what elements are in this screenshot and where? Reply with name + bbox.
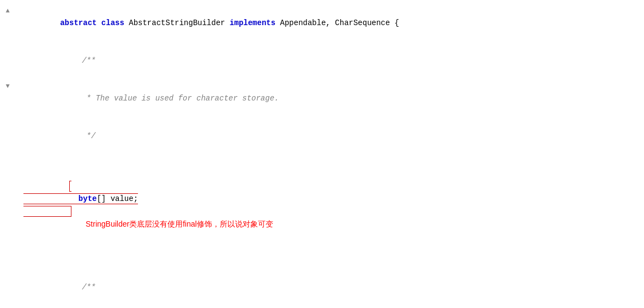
- code-line-2: /**: [0, 42, 644, 80]
- classname-asb: AbstractStringBuilder: [129, 19, 230, 27]
- comment-value-text: * The value is used for character storag…: [82, 94, 279, 103]
- code-content-5: byte[] value; StringBuilder类底层没有使用final修…: [15, 155, 273, 256]
- gutter-fold-3[interactable]: ▼: [0, 82, 15, 90]
- code-content-2: /**: [15, 42, 95, 80]
- code-line-5: byte[] value; StringBuilder类底层没有使用final修…: [0, 155, 644, 256]
- code-content-4: */: [15, 117, 95, 155]
- interfaces-asb: Appendable, CharSequence {: [280, 19, 399, 27]
- code-line-3: ▼ * The value is used for character stor…: [0, 80, 644, 117]
- code-content-7: /**: [15, 269, 95, 306]
- editor-container: ▲ abstract class AbstractStringBuilder i…: [0, 0, 644, 308]
- code-line-7: /**: [0, 269, 644, 306]
- gutter-fold-1[interactable]: ▲: [0, 7, 15, 15]
- code-line-6: [0, 256, 644, 269]
- code-line-4: */: [0, 117, 644, 155]
- code-line-1: ▲ abstract class AbstractStringBuilder i…: [0, 4, 644, 42]
- annotation-asb: StringBuilder类底层没有使用final修饰，所以说对象可变: [86, 220, 273, 228]
- comment-open: /**: [82, 56, 95, 65]
- code-content-6: [15, 256, 28, 269]
- fold-collapse-icon[interactable]: ▼: [5, 82, 9, 90]
- code-content-1: abstract class AbstractStringBuilder imp…: [15, 4, 399, 42]
- code-content-3: * The value is used for character storag…: [15, 80, 279, 117]
- highlight-box-asb: byte[] value;: [23, 181, 138, 217]
- comment-close: */: [82, 132, 95, 140]
- top-panel: ▲ abstract class AbstractStringBuilder i…: [0, 0, 644, 308]
- keyword-abstract: abstract: [60, 19, 101, 27]
- keyword-implements: implements: [230, 19, 280, 27]
- kw-byte-asb: byte: [79, 194, 97, 203]
- keyword-class: class: [101, 19, 129, 27]
- comment-open-2: /**: [82, 283, 95, 292]
- field-value-asb: [] value;: [97, 194, 138, 203]
- fold-up-arrow-icon[interactable]: ▲: [5, 7, 9, 15]
